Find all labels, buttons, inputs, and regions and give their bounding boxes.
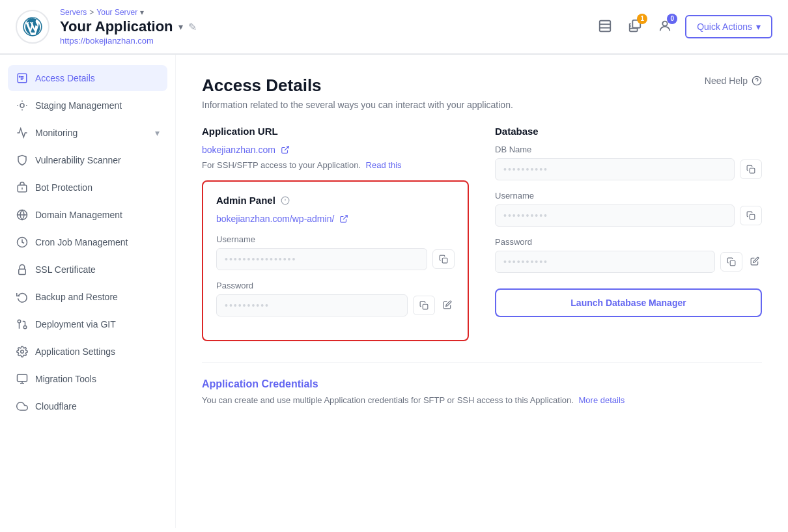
sidebar-item-application-settings[interactable]: Application Settings (8, 339, 167, 365)
sidebar-item-label: Cloudflare (35, 401, 77, 412)
page-header: Access Details Information related to th… (202, 76, 762, 110)
svg-rect-33 (730, 260, 735, 266)
sidebar-item-label: Migration Tools (35, 374, 96, 384)
cron-icon (16, 236, 29, 249)
help-icon (752, 76, 762, 86)
documents-icon-btn[interactable] (595, 16, 615, 38)
edit-icon[interactable]: ✎ (188, 21, 197, 33)
ssh-note-text: For SSH/SFTP access to your Application. (202, 160, 361, 170)
svg-rect-14 (19, 269, 26, 274)
db-name-input: •••••••••• (495, 158, 735, 180)
copy-icon-btn[interactable]: 1 (625, 16, 645, 38)
admin-password-input: •••••••••• (216, 294, 408, 316)
main-content: Access Details Information related to th… (176, 55, 788, 528)
edit-icon (750, 257, 759, 266)
page-subtitle: Information related to the several ways … (202, 100, 513, 110)
launch-database-manager-button[interactable]: Launch Database Manager (495, 288, 762, 317)
app-credentials-description: You can create and use multiple Applicat… (202, 395, 574, 405)
ssl-icon (16, 263, 29, 276)
sidebar-item-deployment-via-git[interactable]: Deployment via GIT (8, 311, 167, 337)
database-title: Database (495, 126, 762, 137)
app-url-link[interactable]: https://bokejianzhan.com (60, 36, 154, 46)
db-password-wrapper: •••••••••• (495, 251, 762, 273)
sidebar: Access Details Staging Management Monito… (0, 55, 176, 528)
admin-panel-link-row: bokejianzhan.com/wp-admin/ (216, 214, 455, 224)
need-help-btn[interactable]: Need Help (705, 76, 762, 86)
admin-password-wrapper: •••••••••• (216, 294, 455, 316)
sidebar-item-monitoring[interactable]: Monitoring ▾ (8, 120, 167, 146)
db-password-input: •••••••••• (495, 251, 715, 273)
quick-actions-button[interactable]: Quick Actions ▾ (685, 15, 772, 38)
left-column: Application URL bokejianzhan.com For SSH… (202, 126, 469, 341)
app-logo (16, 10, 49, 44)
admin-panel-header: Admin Panel (216, 195, 455, 206)
monitoring-chevron-icon: ▾ (155, 128, 160, 138)
sidebar-item-domain-management[interactable]: Domain Management (8, 202, 167, 228)
db-password-copy-button[interactable] (720, 252, 742, 272)
db-username-copy-button[interactable] (740, 206, 762, 225)
svg-point-7 (20, 76, 21, 77)
db-username-label: Username (495, 191, 762, 201)
quick-actions-chevron-icon: ▾ (756, 21, 761, 32)
content-grid: Application URL bokejianzhan.com For SSH… (202, 126, 762, 341)
sidebar-item-access-details[interactable]: Access Details (8, 65, 167, 91)
admin-password-edit-button[interactable] (440, 298, 455, 314)
svg-point-16 (18, 320, 21, 323)
backup-icon (16, 290, 29, 303)
notification-badge: 1 (637, 14, 647, 24)
domain-icon (16, 208, 29, 221)
access-details-icon (16, 72, 29, 85)
header-title-area: Servers > Your Server ▾ Your Application… (60, 8, 595, 46)
copy-icon (419, 301, 429, 310)
svg-line-24 (285, 147, 288, 150)
sidebar-item-label: Deployment via GIT (35, 319, 116, 329)
app-name-title: Your Application (60, 18, 173, 35)
bot-protection-icon (16, 181, 29, 194)
copy-icon (746, 211, 755, 220)
external-link-icon (281, 145, 290, 154)
user-icon-btn[interactable]: 0 (655, 16, 675, 38)
db-name-label: DB Name (495, 145, 762, 154)
sidebar-item-cron-job-management[interactable]: Cron Job Management (8, 229, 167, 255)
admin-panel-url[interactable]: bokejianzhan.com/wp-admin/ (216, 214, 334, 224)
breadcrumb-servers[interactable]: Servers (60, 8, 87, 17)
admin-panel-title: Admin Panel (216, 195, 275, 206)
admin-panel-external-icon (339, 214, 348, 223)
layout: Access Details Staging Management Monito… (0, 55, 788, 528)
sidebar-item-label: Staging Management (35, 100, 122, 111)
db-name-group: DB Name •••••••••• (495, 145, 762, 180)
migration-icon (16, 372, 29, 385)
breadcrumb-chevron: ▾ (140, 8, 144, 17)
more-details-link[interactable]: More details (579, 395, 625, 405)
db-password-edit-button[interactable] (748, 254, 762, 270)
admin-username-copy-button[interactable] (432, 249, 455, 269)
svg-rect-30 (423, 304, 428, 309)
sidebar-item-staging-management[interactable]: Staging Management (8, 92, 167, 119)
app-url-link[interactable]: bokejianzhan.com (202, 145, 469, 155)
app-credentials-section: Application Credentials You can create a… (202, 362, 762, 405)
app-url-title: Application URL (202, 126, 469, 137)
app-name-chevron-icon[interactable]: ▾ (178, 21, 183, 32)
db-password-group: Password •••••••••• (495, 237, 762, 273)
read-this-link[interactable]: Read this (366, 160, 402, 170)
sidebar-item-ssl-certificate[interactable]: SSL Certificate (8, 257, 167, 283)
svg-point-18 (21, 350, 24, 354)
admin-password-label: Password (216, 281, 455, 290)
db-username-group: Username •••••••••• (495, 191, 762, 227)
sidebar-item-vulnerability-scanner[interactable]: Vulnerability Scanner (8, 147, 167, 173)
db-name-copy-button[interactable] (740, 160, 762, 179)
sidebar-item-cloudflare[interactable]: Cloudflare (8, 393, 167, 419)
admin-password-copy-button[interactable] (413, 296, 435, 315)
breadcrumb-server[interactable]: Your Server (96, 8, 137, 17)
sidebar-item-label: SSL Certificate (35, 264, 96, 275)
sidebar-item-label: Backup and Restore (35, 292, 118, 302)
sidebar-item-label: Access Details (35, 73, 95, 83)
app-credentials-text: You can create and use multiple Applicat… (202, 395, 762, 405)
sidebar-item-label: Monitoring (35, 128, 77, 138)
sidebar-item-bot-protection[interactable]: Bot Protection (8, 175, 167, 201)
sidebar-item-backup-and-restore[interactable]: Backup and Restore (8, 284, 167, 310)
ssh-note: For SSH/SFTP access to your Application.… (202, 160, 469, 170)
sidebar-item-migration-tools[interactable]: Migration Tools (8, 366, 167, 392)
admin-username-group: Username •••••••••••••••• (216, 234, 455, 270)
sidebar-item-label: Vulnerability Scanner (35, 155, 121, 165)
